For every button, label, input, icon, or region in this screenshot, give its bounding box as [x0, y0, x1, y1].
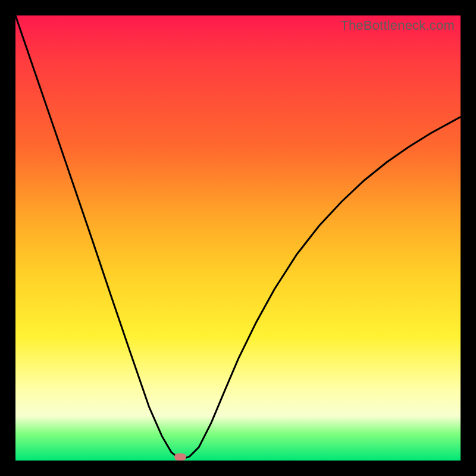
- optimum-marker: [174, 453, 186, 461]
- bottleneck-curve: [15, 15, 461, 461]
- curve-path: [15, 15, 461, 460]
- plot-area: TheBottleneck.com: [15, 15, 461, 461]
- chart-frame: TheBottleneck.com: [0, 0, 476, 476]
